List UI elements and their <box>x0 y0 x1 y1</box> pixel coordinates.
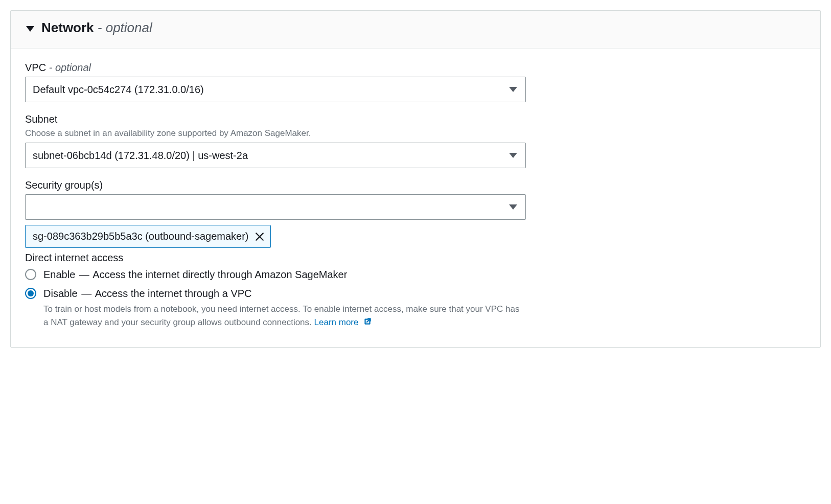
security-group-tokens: sg-089c363b29b5b5a3c (outbound-sagemaker… <box>25 225 526 248</box>
learn-more-link[interactable]: Learn more <box>314 317 373 327</box>
vpc-field: VPC - optional Default vpc-0c54c274 (172… <box>25 62 526 102</box>
radio-enable[interactable]: Enable — Access the internet directly th… <box>25 268 526 282</box>
section-title-optional: - optional <box>94 20 152 35</box>
remove-token-button[interactable] <box>255 232 264 241</box>
subnet-select-value: subnet-06bcb14d (172.31.48.0/20) | us-we… <box>33 150 248 162</box>
subnet-hint: Choose a subnet in an availability zone … <box>25 128 526 139</box>
direct-internet-access-field: Direct internet access Enable — Access t… <box>25 252 526 330</box>
vpc-select[interactable]: Default vpc-0c54c274 (172.31.0.0/16) <box>25 77 526 102</box>
radio-icon <box>25 269 36 280</box>
radio-disable[interactable]: Disable — Access the internet through a … <box>25 287 526 330</box>
radio-disable-description: To train or host models from a notebook,… <box>43 303 526 330</box>
security-groups-select[interactable] <box>25 194 526 220</box>
subnet-field: Subnet Choose a subnet in an availabilit… <box>25 113 526 168</box>
security-group-token-label: sg-089c363b29b5b5a3c (outbound-sagemaker… <box>33 231 249 242</box>
network-section: Network - optional VPC - optional Defaul… <box>10 10 821 348</box>
collapse-caret-icon <box>26 26 34 32</box>
close-icon <box>255 232 264 241</box>
security-group-token: sg-089c363b29b5b5a3c (outbound-sagemaker… <box>25 225 271 248</box>
radio-disable-text: Disable — Access the internet through a … <box>43 288 252 299</box>
subnet-select[interactable]: subnet-06bcb14d (172.31.48.0/20) | us-we… <box>25 143 526 168</box>
chevron-down-icon <box>509 204 517 210</box>
direct-internet-access-radio-group: Enable — Access the internet directly th… <box>25 268 526 330</box>
chevron-down-icon <box>509 87 517 92</box>
subnet-label: Subnet <box>25 113 526 125</box>
radio-enable-text: Enable — Access the internet directly th… <box>43 268 347 282</box>
section-header[interactable]: Network - optional <box>11 11 820 49</box>
direct-internet-access-label: Direct internet access <box>25 252 526 264</box>
chevron-down-icon <box>509 153 517 158</box>
section-title: Network - optional <box>41 20 152 36</box>
section-body: VPC - optional Default vpc-0c54c274 (172… <box>11 49 820 347</box>
security-groups-field: Security group(s) sg-089c363b29b5b5a3c (… <box>25 179 526 248</box>
radio-icon <box>25 288 36 299</box>
vpc-label: VPC - optional <box>25 62 526 74</box>
external-link-icon <box>363 317 372 330</box>
section-title-text: Network <box>41 20 94 35</box>
security-groups-label: Security group(s) <box>25 179 526 191</box>
vpc-select-value: Default vpc-0c54c274 (172.31.0.0/16) <box>33 84 204 96</box>
